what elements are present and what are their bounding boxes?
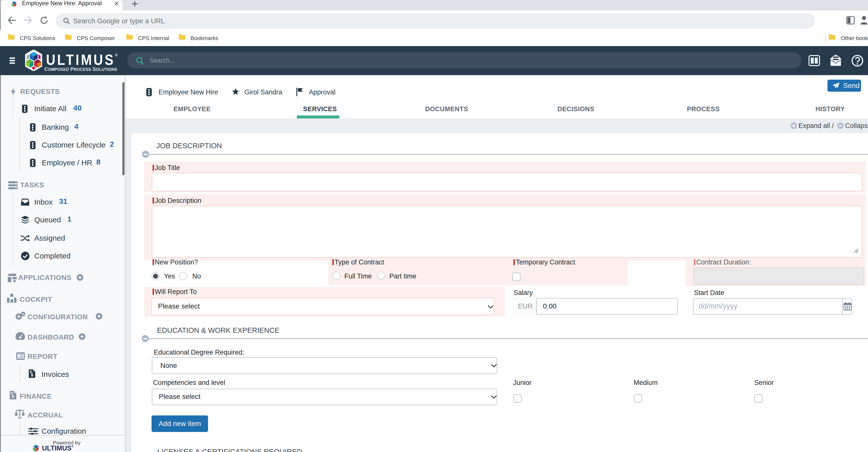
- svg-text:$: $: [12, 394, 14, 399]
- svg-text:$: $: [31, 373, 33, 377]
